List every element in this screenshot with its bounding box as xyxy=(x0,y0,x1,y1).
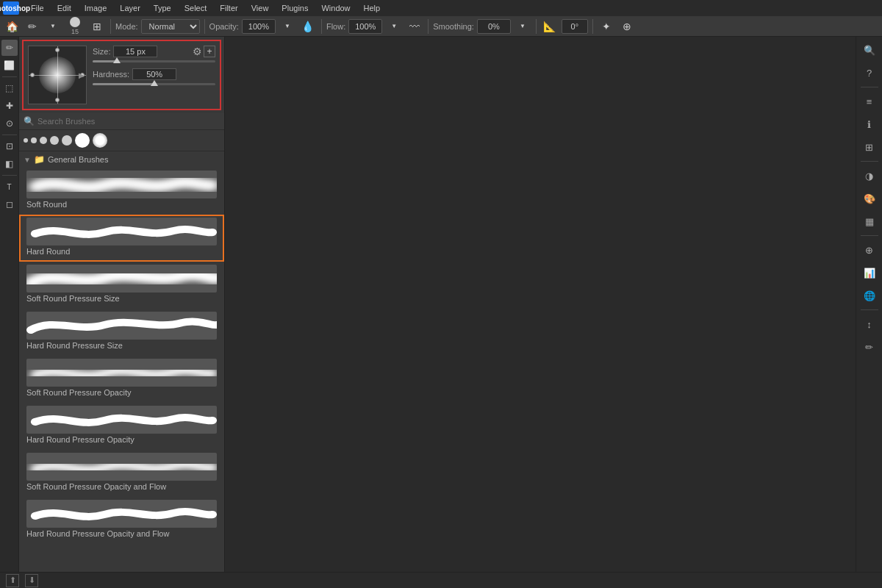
brush-item-soft-round-pressure-opacity[interactable]: Soft Round Pressure Opacity xyxy=(19,356,224,403)
brush-stroke-preview-hrpof xyxy=(26,500,217,528)
canvas-area[interactable] xyxy=(225,37,856,588)
brush-item-hard-round-pressure-opacity[interactable]: Hard Round Pressure Opacity xyxy=(19,403,224,450)
menu-type[interactable]: Type xyxy=(148,2,177,14)
preset-dot-3[interactable] xyxy=(40,137,47,144)
brush-item-soft-round[interactable]: Soft Round xyxy=(19,168,224,215)
hardness-slider[interactable] xyxy=(93,83,215,85)
right-gradients-icon[interactable]: ▦ xyxy=(859,211,880,232)
menu-filter[interactable]: Filter xyxy=(214,2,243,14)
flow-dropdown-btn[interactable]: ▼ xyxy=(385,18,403,35)
right-panel: 🔍 ? ≡ ℹ ⊞ ◑ 🎨 ▦ ⊕ 📊 🌐 ↕ ✏ xyxy=(856,37,882,588)
brush-stroke-preview-hard-round xyxy=(26,218,217,245)
menu-layer[interactable]: Layer xyxy=(114,2,146,14)
smoothing-dropdown-btn[interactable]: ▼ xyxy=(514,18,531,35)
brush-stroke-preview-hrps xyxy=(26,312,217,340)
folder-icon: 📁 xyxy=(34,154,45,165)
opacity-dropdown-btn[interactable]: ▼ xyxy=(279,18,296,35)
brush-item-soft-round-pressure-size[interactable]: Soft Round Pressure Size xyxy=(19,262,224,309)
preset-dot-2[interactable] xyxy=(31,137,37,143)
group-header-general[interactable]: ▼ 📁 General Brushes xyxy=(19,151,224,168)
tool-shape[interactable]: ◻ xyxy=(1,196,18,212)
opacity-label: Opacity: xyxy=(209,22,239,31)
menu-view[interactable]: View xyxy=(245,2,275,14)
chevron-icon: ▼ xyxy=(24,156,31,164)
brush-name-srpo: Soft Round Pressure Opacity xyxy=(26,388,131,397)
tool-brush[interactable]: ✏ xyxy=(1,40,18,56)
right-info-icon[interactable]: ℹ xyxy=(859,114,880,135)
search-icon: 🔍 xyxy=(24,116,35,126)
preset-dot-1[interactable] xyxy=(24,138,28,143)
menu-plugins[interactable]: Plugins xyxy=(276,2,314,14)
size-label: Size: xyxy=(93,47,110,56)
size-input[interactable]: 15 px xyxy=(113,46,157,57)
brush-options-button[interactable]: ⊞ xyxy=(88,18,106,35)
brush-stroke-preview-srpo xyxy=(26,359,217,387)
brush-settings-panel: ▶ Size: 15 px ⚙ + xyxy=(22,40,221,110)
tool-fill[interactable]: ◧ xyxy=(1,156,18,172)
brush-stroke-preview-srpof xyxy=(26,453,217,481)
smoothing-input[interactable]: 0% xyxy=(477,19,511,34)
opacity-input[interactable]: 100% xyxy=(242,19,276,34)
flow-input[interactable]: 100% xyxy=(348,19,382,34)
brush-search-bar: 🔍 xyxy=(19,113,224,130)
right-adjustments-icon[interactable]: ◑ xyxy=(859,165,880,186)
smoothing-label: Smoothing: xyxy=(433,22,474,31)
brush-item-hard-round[interactable]: Hard Round xyxy=(19,215,224,262)
preset-dot-5[interactable] xyxy=(62,135,72,146)
brush-item-hard-round-pressure-size[interactable]: Hard Round Pressure Size xyxy=(19,309,224,356)
brush-preview: ▶ xyxy=(28,46,87,104)
right-swatches-icon[interactable]: 🎨 xyxy=(859,188,880,209)
smoothing-icon[interactable]: 〰 xyxy=(406,18,423,35)
flow-label: Flow: xyxy=(326,22,345,31)
preset-dot-4[interactable] xyxy=(50,136,59,145)
right-search-icon[interactable]: 🔍 xyxy=(859,40,880,60)
search-input[interactable] xyxy=(37,117,220,126)
brush-item-hrpof[interactable]: Hard Round Pressure Opacity and Flow xyxy=(19,497,224,544)
menu-edit[interactable]: Edit xyxy=(51,2,77,14)
preset-dot-6[interactable] xyxy=(75,133,90,148)
right-transform-icon[interactable]: ↕ xyxy=(859,314,880,334)
right-brush-settings-icon[interactable]: ✏ xyxy=(859,337,880,357)
right-layers-icon[interactable]: ≡ xyxy=(859,91,880,112)
right-histogram-icon[interactable]: 📊 xyxy=(859,262,880,283)
menu-window[interactable]: Window xyxy=(315,2,356,14)
airbrush-button[interactable]: 💧 xyxy=(299,18,317,35)
pressure-button[interactable]: ✦ xyxy=(598,18,615,35)
right-libraries-icon[interactable]: 🌐 xyxy=(859,285,880,306)
right-properties-icon[interactable]: ⊞ xyxy=(859,137,880,157)
preset-dot-7[interactable] xyxy=(93,133,107,148)
brush-name-hrps: Hard Round Pressure Size xyxy=(26,341,123,350)
home-button[interactable]: 🏠 xyxy=(3,18,21,35)
right-navigator-icon[interactable]: ⊕ xyxy=(859,240,880,260)
hardness-label: Hardness: xyxy=(93,70,129,79)
right-help-icon[interactable]: ? xyxy=(859,62,880,83)
symmetry-button[interactable]: ⊕ xyxy=(618,18,636,35)
add-brush-button[interactable]: + xyxy=(204,46,215,57)
menu-file[interactable]: File xyxy=(25,2,50,14)
tool-select[interactable]: ⬚ xyxy=(1,80,18,96)
brush-name-hrpof: Hard Round Pressure Opacity and Flow xyxy=(26,529,169,538)
brush-dropdown-button[interactable]: ▼ xyxy=(44,18,62,35)
menu-select[interactable]: Select xyxy=(179,2,213,14)
tool-crop[interactable]: ⊡ xyxy=(1,138,18,154)
menu-bar: Photoshop File Edit Image Layer Type Sel… xyxy=(0,0,882,16)
mode-dropdown[interactable]: Normal Dissolve Multiply Screen xyxy=(141,19,200,34)
settings-icon[interactable]: ⚙ xyxy=(193,46,202,57)
menu-image[interactable]: Image xyxy=(79,2,113,14)
angle-input[interactable]: 0° xyxy=(562,19,588,34)
main-area: ✏ ⬜ ⬚ ✚ ⊙ ⊡ ◧ T ◻ ▶ xyxy=(0,37,882,588)
tool-eraser[interactable]: ⬜ xyxy=(1,57,18,74)
brush-tool-button[interactable]: ✏ xyxy=(24,18,41,35)
bottom-icon-down[interactable]: ⬇ xyxy=(25,574,38,587)
hardness-input[interactable]: 50% xyxy=(132,68,176,80)
tool-move[interactable]: ✚ xyxy=(1,98,18,114)
size-slider[interactable] xyxy=(93,60,215,62)
app-logo: Photoshop xyxy=(3,1,19,15)
tool-text[interactable]: T xyxy=(1,179,18,195)
mode-label: Mode: xyxy=(115,22,138,31)
menu-help[interactable]: Help xyxy=(358,2,387,14)
bottom-icon-up[interactable]: ⬆ xyxy=(6,574,19,587)
brush-item-srpof[interactable]: Soft Round Pressure Opacity and Flow xyxy=(19,450,224,497)
tool-lasso[interactable]: ⊙ xyxy=(1,115,18,132)
brush-panel: ▶ Size: 15 px ⚙ + xyxy=(19,37,225,588)
